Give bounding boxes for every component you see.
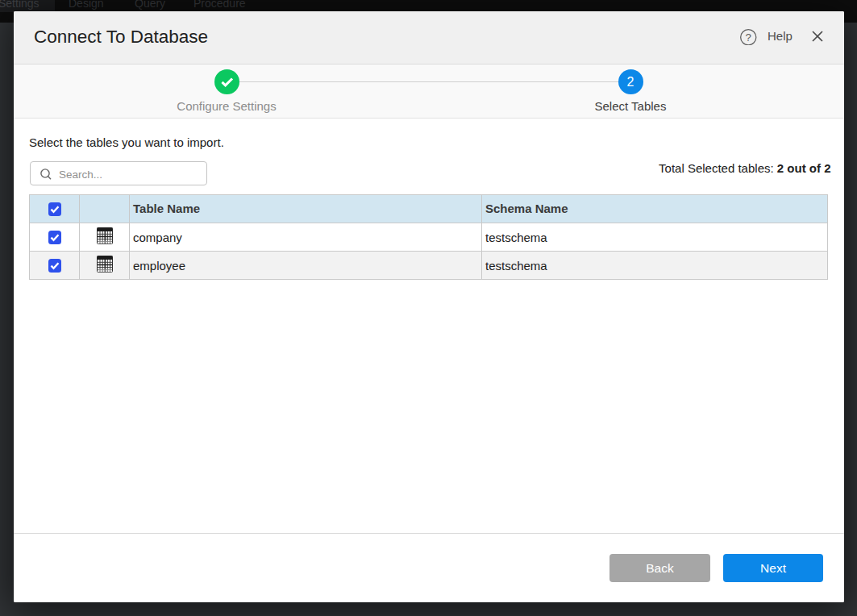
svg-text:?: ? [746, 31, 751, 43]
